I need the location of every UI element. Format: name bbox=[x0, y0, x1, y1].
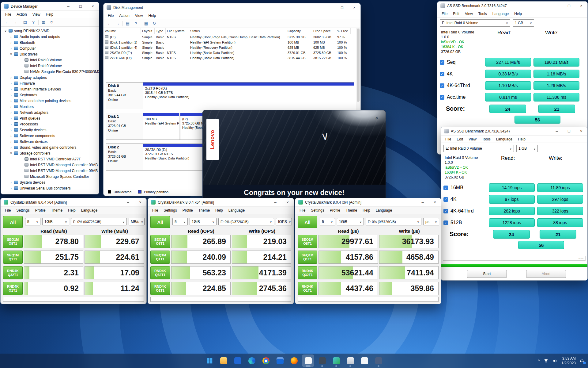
minimize-button[interactable]: – bbox=[551, 2, 563, 10]
tree-chevron-icon[interactable]: › bbox=[9, 82, 13, 85]
help-icon[interactable]: ? bbox=[30, 19, 37, 26]
column-header[interactable]: Status bbox=[189, 28, 286, 34]
tree-chevron-icon[interactable]: › bbox=[9, 99, 13, 103]
maximize-button[interactable]: □ bbox=[563, 2, 575, 10]
test-checkbox[interactable]: ✓ bbox=[440, 72, 444, 76]
tree-chevron-icon[interactable]: › bbox=[9, 35, 13, 39]
console-tree-icon[interactable]: ▤ bbox=[22, 19, 28, 26]
tree-chevron-icon[interactable]: › bbox=[9, 87, 13, 91]
device-tree-item[interactable]: ∨ song-REN9KK2-VMD bbox=[2, 28, 99, 34]
close-button[interactable]: × bbox=[348, 3, 360, 12]
back-icon[interactable]: ← bbox=[3, 19, 10, 26]
menu-item[interactable]: Language bbox=[79, 207, 100, 213]
volume-row[interactable]: 2SATA-R0 (E:) Simple Basic NTFS Healthy … bbox=[104, 50, 360, 55]
tree-chevron-icon[interactable]: › bbox=[9, 76, 13, 79]
title-bar[interactable]: Device Manager – □ × bbox=[1, 2, 99, 11]
test-count-select[interactable]: 5∨ bbox=[320, 218, 335, 225]
menu-item[interactable]: Help bbox=[512, 11, 524, 17]
menu-item[interactable]: Edit bbox=[454, 136, 466, 142]
menu-item[interactable]: Language bbox=[373, 207, 394, 213]
start-button[interactable] bbox=[203, 355, 216, 367]
test-checkbox[interactable]: ✓ bbox=[443, 197, 448, 202]
test-type-button[interactable]: RND4KQ1T1 bbox=[150, 282, 170, 295]
test-checkbox[interactable]: ✓ bbox=[440, 60, 444, 65]
forward-icon[interactable]: → bbox=[12, 19, 18, 26]
tree-chevron-icon[interactable]: › bbox=[9, 47, 13, 50]
console-tree-icon[interactable]: ▤ bbox=[124, 20, 131, 27]
title-bar[interactable]: AS SSD Benchmark 2.0.7316.34247 – □ × bbox=[437, 2, 587, 10]
tree-chevron-icon[interactable]: › bbox=[9, 111, 13, 114]
all-test-button[interactable]: All bbox=[150, 216, 170, 228]
volume-row[interactable]: (Disk 1 partition 1) Simple Basic Health… bbox=[104, 40, 360, 45]
test-type-button[interactable]: SEQ1MQ8T1 bbox=[150, 235, 170, 248]
menu-item[interactable]: Theme bbox=[196, 207, 212, 213]
device-tree-item[interactable]: › Print queues bbox=[2, 115, 99, 121]
tree-chevron-icon[interactable]: › bbox=[9, 105, 13, 109]
title-bar[interactable]: Disk Management – □ × bbox=[104, 3, 360, 12]
notification-bell-icon[interactable] bbox=[579, 358, 584, 363]
target-drive-select[interactable]: E: 0% (0/3726GiB)∨ bbox=[218, 218, 274, 225]
tree-chevron-icon[interactable]: › bbox=[9, 146, 13, 149]
test-checkbox[interactable]: ✓ bbox=[440, 83, 444, 88]
title-bar[interactable]: CrystalDiskMark 8.0.4 x64 [Admin] – × bbox=[1, 198, 146, 207]
menu-item[interactable]: File bbox=[150, 207, 160, 213]
disk-1-info[interactable]: Disk 1 Basic 3726.01 GB Online bbox=[106, 113, 143, 140]
menu-item[interactable]: Theme bbox=[343, 207, 360, 213]
tree-chevron-icon[interactable]: › bbox=[9, 41, 13, 44]
tree-chevron-icon[interactable]: ∨ bbox=[4, 29, 7, 33]
menu-item[interactable]: Help bbox=[66, 207, 78, 213]
menu-item[interactable]: Profile bbox=[180, 207, 195, 213]
menu-item[interactable]: File bbox=[439, 11, 450, 17]
close-button[interactable]: × bbox=[281, 198, 294, 206]
test-type-button[interactable]: RND4KQ32T1 bbox=[3, 266, 23, 279]
test-size-select[interactable]: 1 GB∨ bbox=[513, 19, 534, 27]
chrome-icon[interactable] bbox=[260, 355, 272, 367]
test-type-button[interactable]: RND4KQ1T1 bbox=[3, 282, 23, 295]
menu-item[interactable]: File bbox=[443, 136, 454, 142]
crystaldiskmark-icon[interactable] bbox=[330, 355, 342, 367]
test-checkbox[interactable]: ✓ bbox=[443, 186, 448, 190]
abort-button[interactable]: Abort bbox=[526, 270, 566, 278]
test-size-select[interactable]: 1GiB∨ bbox=[190, 218, 217, 225]
help-icon[interactable]: ? bbox=[133, 20, 139, 27]
menu-item[interactable]: Language bbox=[490, 11, 511, 17]
device-tree-item[interactable]: › System devices bbox=[2, 179, 99, 185]
menu-item[interactable]: File bbox=[105, 13, 116, 19]
minimize-button[interactable]: – bbox=[551, 127, 563, 135]
device-tree-item[interactable]: ∨ Disk drives bbox=[2, 51, 99, 57]
menu-item[interactable]: Language bbox=[494, 136, 515, 142]
properties-icon[interactable]: ▦ bbox=[40, 19, 47, 26]
tree-chevron-icon[interactable]: › bbox=[9, 128, 13, 132]
back-icon[interactable]: ← bbox=[106, 20, 113, 27]
column-header[interactable]: Type bbox=[155, 28, 166, 34]
start-button[interactable]: Start bbox=[467, 270, 507, 278]
menu-item[interactable]: Settings bbox=[14, 207, 32, 213]
unit-select[interactable]: MB/s∨ bbox=[129, 218, 145, 225]
notepad-icon[interactable] bbox=[358, 355, 371, 367]
menu-item[interactable]: View bbox=[466, 136, 479, 142]
device-tree-item[interactable]: Microsoft Storage Spaces Controller bbox=[2, 174, 99, 179]
tree-chevron-icon[interactable]: › bbox=[9, 122, 13, 126]
test-type-button[interactable]: SEQ1MQ8T1 bbox=[3, 235, 23, 248]
tree-chevron-icon[interactable]: › bbox=[9, 93, 13, 97]
disk-management-icon[interactable] bbox=[372, 355, 385, 367]
device-tree-item[interactable]: › Audio inputs and outputs bbox=[2, 34, 99, 40]
tree-chevron-icon[interactable]: › bbox=[9, 140, 13, 144]
close-button[interactable]: × bbox=[87, 2, 99, 10]
forward-icon[interactable]: → bbox=[114, 20, 121, 27]
test-size-select[interactable]: 1GiB∨ bbox=[337, 218, 364, 225]
title-bar[interactable]: CrystalDiskMark 8.0.4 x64 [Admin] – × bbox=[295, 198, 441, 207]
partition[interactable]: 100 MB Healthy (EFI System P bbox=[143, 113, 179, 140]
menu-item[interactable]: Action bbox=[117, 13, 132, 19]
test-count-select[interactable]: 5∨ bbox=[25, 218, 40, 225]
menu-item[interactable]: Help bbox=[213, 207, 225, 213]
menu-item[interactable]: Profile bbox=[33, 207, 48, 213]
tree-chevron-icon[interactable]: ∨ bbox=[9, 151, 13, 155]
device-tree-item[interactable]: › Monitors bbox=[2, 104, 99, 109]
device-tree-item[interactable]: › Software devices bbox=[2, 139, 99, 144]
menu-item[interactable]: Settings bbox=[161, 207, 179, 213]
device-tree-item[interactable]: › Computer bbox=[2, 45, 99, 51]
menu-item[interactable]: Help bbox=[360, 207, 373, 213]
column-header[interactable]: Layout bbox=[141, 28, 155, 34]
column-header[interactable]: Free Space bbox=[312, 28, 336, 34]
